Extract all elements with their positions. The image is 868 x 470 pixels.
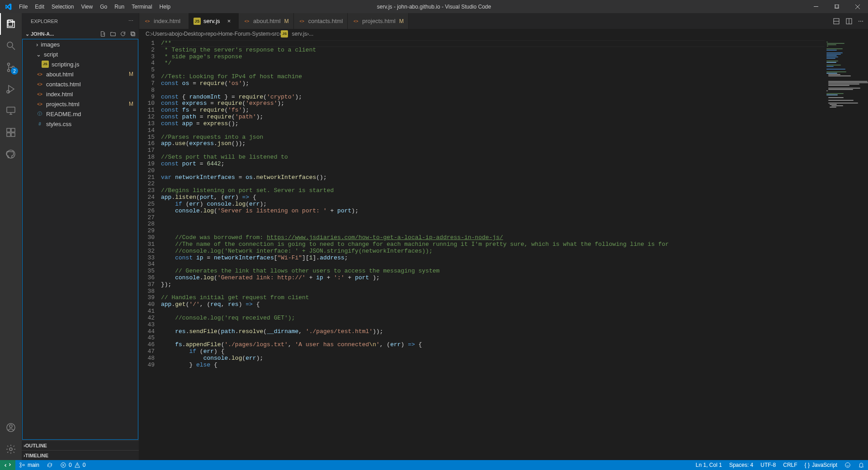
svg-point-27 <box>845 463 850 468</box>
tree-folder-script[interactable]: ⌄ script <box>23 49 138 59</box>
split-editor-icon[interactable] <box>845 18 853 25</box>
tree-file-index[interactable]: <>index.html <box>23 89 138 99</box>
tree-folder-images[interactable]: › images <box>23 39 138 49</box>
window-title: serv.js - john-abo.github.io - Visual St… <box>377 4 491 10</box>
activity-extensions[interactable] <box>0 122 22 143</box>
menu-selection[interactable]: Selection <box>48 0 77 13</box>
svg-rect-11 <box>7 128 10 132</box>
status-spaces[interactable]: Spaces: 4 <box>726 460 757 470</box>
status-language[interactable]: { }JavaScript <box>801 460 841 470</box>
svg-point-24 <box>20 466 22 468</box>
tab-serv[interactable]: JSserv.js× <box>189 13 239 29</box>
menu-go[interactable]: Go <box>96 0 111 13</box>
status-feedback-icon[interactable] <box>841 460 854 470</box>
svg-rect-20 <box>132 33 135 36</box>
svg-rect-19 <box>131 32 134 35</box>
svg-rect-2 <box>835 5 839 8</box>
tab-about[interactable]: <>about.htmlM <box>239 13 294 29</box>
tree-file-scripting[interactable]: JSscripting.js <box>23 59 138 69</box>
activity-accounts[interactable] <box>0 417 22 438</box>
svg-point-7 <box>8 70 10 72</box>
tab-contacts[interactable]: <>contacts.html <box>294 13 348 29</box>
svg-point-5 <box>7 42 13 47</box>
menu-help[interactable]: Help <box>156 0 175 13</box>
code-editor[interactable]: 1234567891011121314151617181920212223242… <box>139 39 825 460</box>
activity-github[interactable] <box>0 143 22 165</box>
svg-point-23 <box>20 463 22 465</box>
code-content[interactable]: /** * Testing the server's response to a… <box>161 39 825 460</box>
refresh-icon[interactable] <box>120 31 126 37</box>
sidebar-explorer: EXPLORER ⋯ ⌄JOHN-A... › images ⌄ script … <box>22 13 139 460</box>
tree-file-about[interactable]: <>about.htmlM <box>23 69 138 79</box>
activity-search[interactable] <box>0 35 22 56</box>
folder-name: JOHN-A... <box>31 31 54 37</box>
svg-rect-10 <box>7 107 15 113</box>
title-bar: FileEditSelectionViewGoRunTerminalHelp s… <box>0 0 868 13</box>
status-eol[interactable]: CRLF <box>779 460 801 470</box>
tree-file-projects[interactable]: <>projects.htmlM <box>23 99 138 109</box>
status-notifications-icon[interactable] <box>854 460 868 470</box>
breadcrumbs[interactable]: C:›Users›abojo›Desktop›repo›Home-Forum-S… <box>139 29 868 39</box>
svg-rect-1 <box>835 5 838 8</box>
remote-button[interactable] <box>0 460 15 470</box>
svg-point-9 <box>7 90 9 93</box>
close-button[interactable] <box>847 0 868 13</box>
compare-changes-icon[interactable] <box>833 18 840 25</box>
minimize-button[interactable] <box>806 0 826 13</box>
tab-bar: <>index.html JSserv.js× <>about.htmlM <>… <box>139 13 868 29</box>
maximize-button[interactable] <box>826 0 847 13</box>
activity-run-debug[interactable] <box>0 78 22 100</box>
editor-more-icon[interactable]: ⋯ <box>858 18 863 24</box>
tab-close-icon[interactable]: × <box>226 18 233 24</box>
menu-file[interactable]: File <box>15 0 31 13</box>
svg-rect-12 <box>11 128 15 132</box>
timeline-section[interactable]: ›TIMELINE <box>22 450 139 460</box>
svg-rect-13 <box>7 133 10 136</box>
svg-rect-0 <box>814 6 818 7</box>
status-problems[interactable]: 0 0 <box>57 460 89 470</box>
status-branch[interactable]: main <box>15 460 43 470</box>
new-folder-icon[interactable] <box>110 31 116 37</box>
svg-point-18 <box>9 448 12 451</box>
status-sync[interactable] <box>43 460 57 470</box>
menu-view[interactable]: View <box>77 0 96 13</box>
new-file-icon[interactable] <box>100 31 106 37</box>
tree-file-styles[interactable]: #styles.css <box>23 119 138 129</box>
activity-source-control[interactable]: 2 <box>0 56 22 78</box>
line-gutter: 1234567891011121314151617181920212223242… <box>139 39 161 460</box>
activity-explorer[interactable] <box>0 13 22 35</box>
collapse-all-icon[interactable] <box>130 31 136 37</box>
svg-point-25 <box>23 464 25 466</box>
minimap[interactable] <box>825 39 868 460</box>
svg-rect-14 <box>11 133 15 136</box>
file-tree: › images ⌄ script JSscripting.js <>about… <box>22 39 138 440</box>
status-lncol[interactable]: Ln 1, Col 1 <box>692 460 726 470</box>
menu-terminal[interactable]: Terminal <box>128 0 156 13</box>
scm-badge: 2 <box>11 67 18 75</box>
menu-run[interactable]: Run <box>111 0 128 13</box>
tab-projects[interactable]: <>projects.htmlM <box>348 13 409 29</box>
status-bar: main 0 0 Ln 1, Col 1 Spaces: 4 UTF-8 CRL… <box>0 460 868 470</box>
status-encoding[interactable]: UTF-8 <box>757 460 779 470</box>
folder-header[interactable]: ⌄JOHN-A... <box>22 29 139 39</box>
svg-point-6 <box>8 63 10 66</box>
tab-index[interactable]: <>index.html <box>139 13 189 29</box>
outline-section[interactable]: ›OUTLINE <box>22 440 139 450</box>
activity-remote-explorer[interactable] <box>0 100 22 122</box>
vscode-icon <box>5 3 12 10</box>
tree-file-readme[interactable]: ⓘREADME.md <box>23 109 138 119</box>
explorer-title: EXPLORER <box>31 19 58 24</box>
activity-bar: 2 <box>0 13 22 460</box>
activity-settings[interactable] <box>0 438 22 460</box>
svg-point-17 <box>9 425 12 428</box>
tree-file-contacts[interactable]: <>contacts.html <box>23 79 138 89</box>
explorer-more-icon[interactable]: ⋯ <box>128 18 133 24</box>
menu-edit[interactable]: Edit <box>31 0 48 13</box>
